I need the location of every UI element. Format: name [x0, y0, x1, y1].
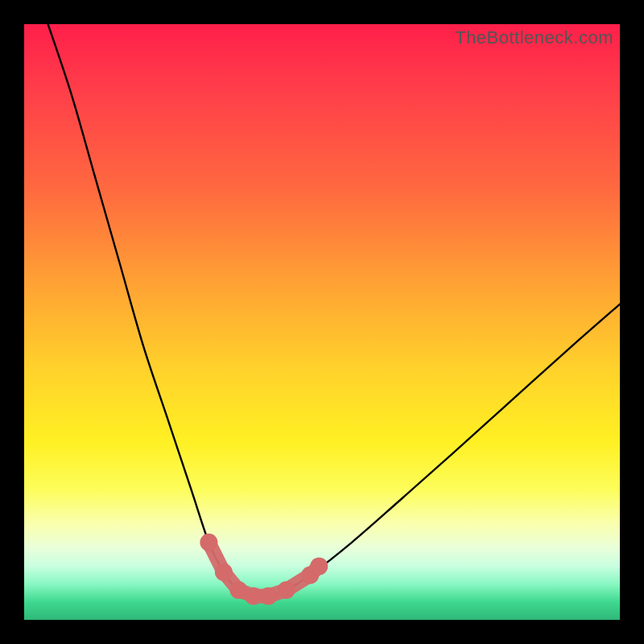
trough-marker-dots — [200, 534, 328, 605]
chart-svg — [24, 24, 620, 620]
marker-trough-4 — [278, 581, 295, 599]
chart-frame: TheBottleneck.com — [0, 0, 644, 644]
marker-right-upper — [310, 557, 328, 575]
marker-left-upper — [200, 534, 217, 551]
marker-left-mid — [215, 564, 233, 581]
bottleneck-curve — [48, 24, 620, 597]
marker-trough-3 — [259, 587, 277, 605]
plot-area: TheBottleneck.com — [24, 24, 620, 620]
